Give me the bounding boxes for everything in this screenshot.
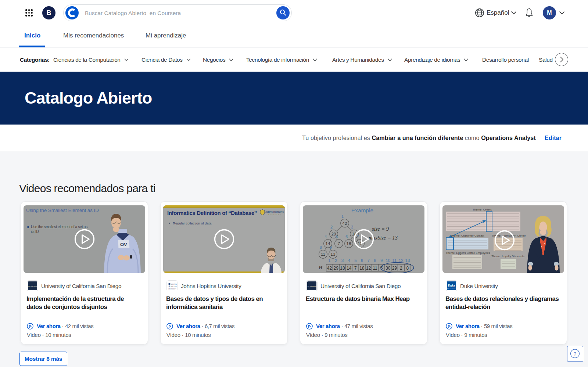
- svg-text:1: 1: [341, 214, 344, 219]
- svg-text:2: 2: [330, 225, 333, 229]
- svg-text:8: 8: [320, 245, 322, 249]
- svg-text:1: 1: [328, 258, 330, 263]
- svg-text:11: 11: [321, 252, 325, 256]
- svg-text:30: 30: [386, 266, 391, 271]
- svg-text:7: 7: [354, 266, 357, 271]
- svg-text:13: 13: [405, 258, 410, 263]
- svg-text:29: 29: [334, 266, 339, 271]
- svg-text:OV: OV: [120, 242, 127, 247]
- svg-text:2: 2: [400, 266, 402, 271]
- svg-text:UNIVERSITY: UNIVERSITY: [447, 288, 456, 289]
- svg-text:4: 4: [348, 258, 350, 263]
- svg-text:H: H: [318, 265, 322, 270]
- svg-text:18: 18: [359, 266, 365, 271]
- svg-text:9: 9: [380, 258, 383, 263]
- svg-text:Theme: Egger's Coffee Employee: Theme: Egger's Coffee Employees: [446, 251, 490, 255]
- svg-text:Theme: Orders: Theme: Orders: [473, 208, 492, 211]
- svg-text:8: 8: [406, 266, 409, 271]
- svg-text:JOHNS: JOHNS: [171, 283, 177, 285]
- svg-text:UCSanDiego: UCSanDiego: [308, 285, 317, 287]
- svg-text:4: 4: [325, 234, 327, 239]
- svg-text:42: 42: [343, 221, 347, 226]
- svg-text:size = 9: size = 9: [372, 226, 389, 232]
- svg-text:M E D I C I N E: M E D I C I N E: [268, 214, 281, 216]
- svg-text:2: 2: [335, 258, 337, 263]
- svg-text:its ID: its ID: [31, 230, 39, 234]
- svg-text:JOHNS HOPKINS: JOHNS HOPKINS: [265, 211, 284, 213]
- svg-text:7: 7: [338, 241, 340, 246]
- svg-text:5: 5: [354, 258, 356, 263]
- svg-text:6: 6: [345, 234, 348, 239]
- svg-text:14: 14: [347, 266, 352, 271]
- svg-text:42: 42: [327, 266, 332, 271]
- svg-text:Use the smallest element of a: Use the smallest element of a set as: [31, 225, 87, 229]
- svg-text:Regular collection of data: Regular collection of data: [173, 221, 212, 225]
- svg-text:5: 5: [336, 234, 338, 239]
- svg-text:12: 12: [399, 258, 404, 263]
- svg-text:UCSanDiego: UCSanDiego: [28, 285, 37, 287]
- svg-text:11: 11: [392, 258, 397, 263]
- svg-text:3: 3: [351, 225, 353, 229]
- svg-text:12: 12: [366, 266, 371, 271]
- svg-text:18: 18: [347, 241, 351, 246]
- svg-text:7: 7: [368, 258, 370, 263]
- svg-text:UNIVERSITY: UNIVERSITY: [169, 288, 176, 290]
- svg-text:11: 11: [373, 266, 377, 271]
- svg-text:HOPKINS: HOPKINS: [169, 285, 177, 288]
- svg-text:18: 18: [340, 266, 345, 271]
- svg-text:7: 7: [357, 234, 359, 239]
- svg-text:Using the Smallest Element as: Using the Smallest Element as ID: [26, 208, 99, 213]
- svg-text:?: ?: [574, 351, 577, 357]
- svg-text:Theme: Customer Contact: Theme: Customer Contact: [451, 234, 484, 237]
- svg-text:Theme: Loyalty Discounts: Theme: Loyalty Discounts: [491, 255, 524, 258]
- svg-text:8: 8: [374, 258, 376, 263]
- svg-text:13: 13: [331, 252, 336, 256]
- svg-text:Informatics Definition of “Dat: Informatics Definition of “Database”: [167, 210, 257, 216]
- svg-text:9: 9: [330, 245, 332, 249]
- svg-text:3: 3: [341, 258, 344, 263]
- svg-text:10: 10: [386, 258, 390, 263]
- svg-text:6: 6: [361, 258, 363, 263]
- svg-text:Example: Example: [351, 207, 373, 213]
- svg-text:29: 29: [392, 266, 397, 271]
- svg-text:Duke: Duke: [448, 284, 455, 287]
